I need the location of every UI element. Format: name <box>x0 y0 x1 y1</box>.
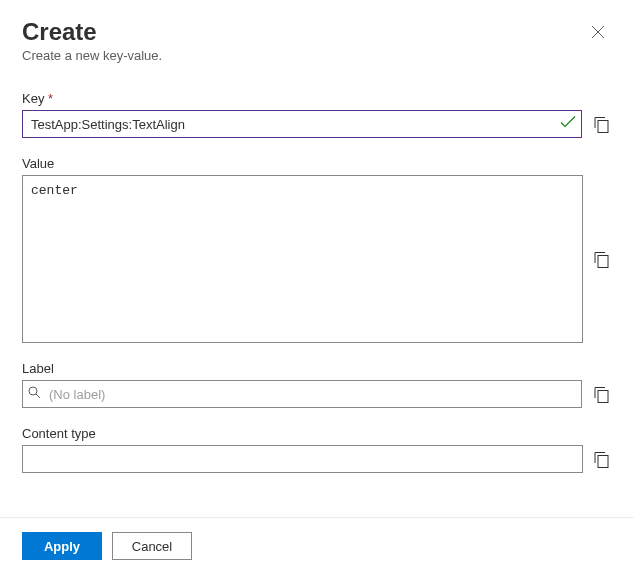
panel-title: Create <box>22 18 162 46</box>
key-input[interactable] <box>22 110 582 138</box>
copy-icon <box>594 251 609 268</box>
key-label-text: Key <box>22 91 44 106</box>
panel-subtitle: Create a new key-value. <box>22 48 162 63</box>
required-marker: * <box>48 91 53 106</box>
value-textarea[interactable] <box>22 175 583 343</box>
key-input-row <box>22 110 612 138</box>
title-block: Create Create a new key-value. <box>22 18 162 63</box>
content-type-input-row <box>22 445 612 473</box>
value-input-row <box>22 175 612 343</box>
label-input[interactable] <box>22 380 582 408</box>
key-input-wrap <box>22 110 582 138</box>
copy-icon <box>594 386 609 403</box>
content-type-copy-button[interactable] <box>591 448 612 470</box>
copy-icon <box>594 116 609 133</box>
copy-icon <box>594 451 609 468</box>
close-icon <box>591 25 605 39</box>
close-button[interactable] <box>584 18 612 46</box>
create-panel: Create Create a new key-value. Key * <box>0 0 634 574</box>
form-area: Key * Value <box>22 91 612 517</box>
key-field-group: Key * <box>22 91 612 138</box>
content-type-input[interactable] <box>22 445 583 473</box>
label-copy-button[interactable] <box>590 383 612 405</box>
key-copy-button[interactable] <box>590 113 612 135</box>
label-input-row <box>22 380 612 408</box>
content-type-label: Content type <box>22 426 612 441</box>
apply-button[interactable]: Apply <box>22 532 102 560</box>
svg-rect-4 <box>598 455 608 467</box>
label-label: Label <box>22 361 612 376</box>
content-type-field-group: Content type <box>22 426 612 473</box>
panel-header: Create Create a new key-value. <box>22 18 612 63</box>
value-field-group: Value <box>22 156 612 343</box>
value-label: Value <box>22 156 612 171</box>
svg-rect-0 <box>598 120 608 132</box>
cancel-button[interactable]: Cancel <box>112 532 192 560</box>
panel-footer: Apply Cancel <box>22 518 612 574</box>
label-input-wrap <box>22 380 582 408</box>
value-copy-button[interactable] <box>591 248 612 270</box>
svg-rect-3 <box>598 390 608 402</box>
label-field-group: Label <box>22 361 612 408</box>
key-label: Key * <box>22 91 612 106</box>
svg-rect-1 <box>598 255 608 267</box>
